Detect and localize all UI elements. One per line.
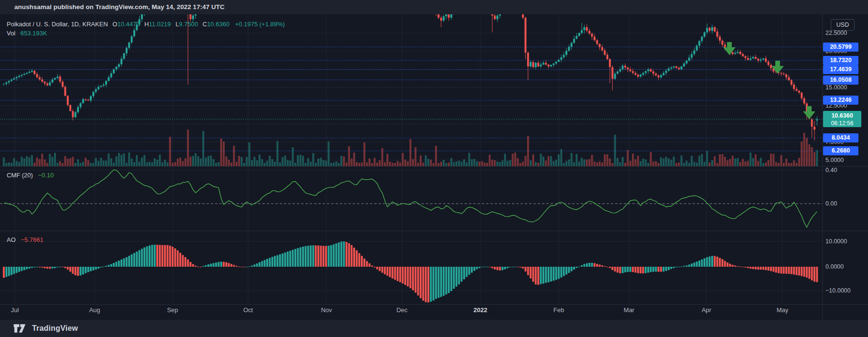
time-label-Feb[interactable]: Feb bbox=[544, 306, 573, 314]
cmf-label: CMF (20) bbox=[7, 172, 33, 179]
ao-legend: AO −5.7661 bbox=[7, 236, 43, 243]
ao-axis-label: −10.0000 bbox=[825, 287, 850, 294]
time-label-Jul[interactable]: Jul bbox=[0, 306, 29, 314]
footer-bar: TradingView bbox=[0, 320, 868, 337]
cmf-value: −0.10 bbox=[38, 172, 54, 179]
price-alert-badge[interactable]: 18.7320 bbox=[823, 56, 858, 65]
tradingview-snapshot: anushsamal published on TradingView.com,… bbox=[0, 0, 868, 337]
tradingview-logo-icon[interactable] bbox=[13, 324, 28, 333]
current-price-value: 10.6360 bbox=[823, 112, 861, 120]
high-value: 11.0219 bbox=[149, 21, 171, 28]
volume-value: 653.193K bbox=[21, 30, 47, 37]
close-value: 10.6360 bbox=[207, 21, 229, 28]
time-label-Mar[interactable]: Mar bbox=[615, 306, 643, 314]
price-alert-badge[interactable]: 20.5799 bbox=[823, 43, 858, 52]
ao-axis-label: 0.0000 bbox=[825, 263, 844, 271]
price-alert-badge[interactable]: 13.2246 bbox=[823, 96, 858, 105]
footer-brand[interactable]: TradingView bbox=[32, 324, 78, 333]
price-alert-badge[interactable]: 8.0434 bbox=[823, 133, 858, 142]
volume-legend: Vol 653.193K bbox=[7, 30, 47, 37]
time-label-May[interactable]: May bbox=[768, 306, 797, 314]
price-alert-badge[interactable]: 6.2680 bbox=[823, 146, 858, 155]
chart-plot[interactable] bbox=[0, 14, 868, 320]
price-grid-label: 5.0000 bbox=[825, 156, 844, 164]
change-value: +0.1975 (+1.89%) bbox=[235, 21, 285, 28]
currency-toggle-button[interactable]: USD bbox=[831, 19, 855, 31]
time-label-Oct[interactable]: Oct bbox=[234, 306, 262, 314]
chart-area: Polkadot / U. S. Dollar, 1D, KRAKEN O10.… bbox=[0, 14, 868, 320]
price-grid-label: 15.0000 bbox=[825, 84, 847, 91]
bar-countdown: 06:12:56 bbox=[823, 120, 861, 127]
time-label-Aug[interactable]: Aug bbox=[80, 306, 109, 314]
cmf-axis-label: 0.40 bbox=[825, 166, 837, 174]
low-value: 9.7500 bbox=[179, 21, 198, 28]
time-label-Dec[interactable]: Dec bbox=[388, 306, 416, 314]
volume-label: Vol bbox=[7, 30, 15, 37]
time-label-Sep[interactable]: Sep bbox=[158, 306, 187, 314]
current-price-badge[interactable]: 10.636006:12:56 bbox=[823, 111, 861, 127]
time-label-Nov[interactable]: Nov bbox=[312, 306, 341, 314]
ao-label: AO bbox=[7, 236, 16, 243]
cmf-axis-label: 0.00 bbox=[825, 200, 837, 207]
price-alert-badge[interactable]: 17.4639 bbox=[823, 65, 858, 74]
time-label-Apr[interactable]: Apr bbox=[692, 306, 721, 314]
symbol-title: Polkadot / U. S. Dollar, 1D, KRAKEN bbox=[7, 21, 108, 28]
ao-axis-label: 10.0000 bbox=[825, 238, 847, 245]
cmf-legend: CMF (20) −0.10 bbox=[7, 172, 54, 179]
attribution-bar: anushsamal published on TradingView.com,… bbox=[0, 0, 868, 14]
open-label: O bbox=[112, 21, 117, 28]
close-label: C bbox=[203, 21, 207, 28]
price-alert-badge[interactable]: 16.0508 bbox=[823, 76, 858, 85]
open-value: 10.4470 bbox=[117, 21, 140, 28]
time-label-2022[interactable]: 2022 bbox=[466, 306, 495, 314]
symbol-legend: Polkadot / U. S. Dollar, 1D, KRAKEN O10.… bbox=[7, 21, 285, 28]
attribution-text: anushsamal published on TradingView.com,… bbox=[14, 3, 225, 11]
ao-value: −5.7661 bbox=[21, 236, 43, 243]
